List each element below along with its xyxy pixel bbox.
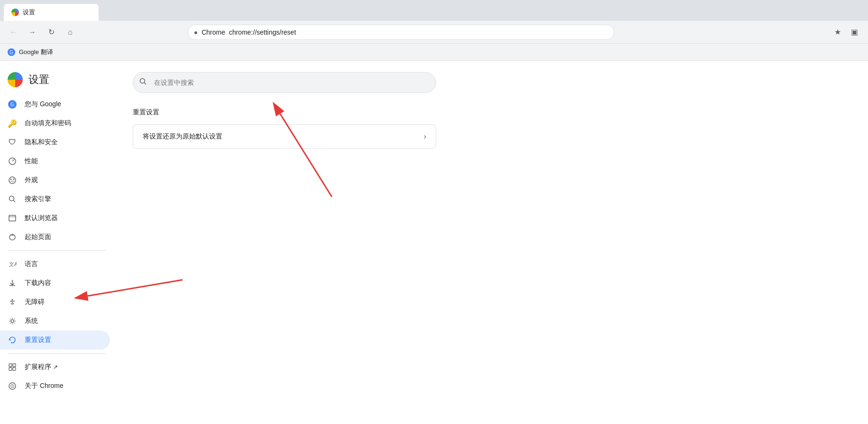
- sidebar-label-system: 系统: [25, 317, 38, 325]
- sidebar-item-downloads[interactable]: 下载内容: [0, 274, 110, 293]
- sidebar-item-about[interactable]: 关于 Chrome: [0, 377, 110, 396]
- chrome-logo: [8, 72, 23, 87]
- forward-button[interactable]: →: [25, 25, 40, 40]
- accessibility-icon: [8, 297, 17, 307]
- address-url: chrome://settings/reset: [229, 28, 296, 36]
- forward-icon: →: [28, 28, 36, 37]
- svg-point-13: [11, 320, 14, 323]
- home-icon: ⌂: [68, 28, 73, 37]
- sidebar-header: 设置: [0, 68, 114, 95]
- svg-text:G: G: [9, 50, 13, 55]
- sidebar-label-startup: 起始页面: [25, 233, 51, 241]
- sidebar-label-autofill: 自动填充和密码: [25, 119, 71, 128]
- sidebar-label-about: 关于 Chrome: [25, 382, 64, 390]
- svg-text:文A: 文A: [9, 261, 17, 267]
- sidebar-item-reset[interactable]: 重置设置: [0, 331, 110, 350]
- reset-icon: [8, 335, 17, 345]
- svg-point-20: [12, 386, 13, 387]
- bookmark-icon: ★: [834, 28, 841, 37]
- refresh-button[interactable]: ↻: [44, 25, 59, 40]
- address-brand: Chrome: [201, 28, 225, 36]
- svg-rect-14: [9, 364, 12, 367]
- about-icon: [8, 381, 17, 391]
- extensions-label-wrapper: 扩展程序 ↗: [25, 363, 58, 371]
- search-input-icon: [139, 78, 147, 87]
- sidebar-label-reset: 重置设置: [25, 336, 51, 344]
- svg-point-6: [10, 179, 12, 180]
- shield-icon: 🛡: [8, 138, 17, 147]
- svg-rect-16: [9, 368, 12, 370]
- google-icon: G: [8, 48, 15, 56]
- download-icon: [8, 278, 17, 288]
- sidebar-label-performance: 性能: [25, 157, 38, 166]
- svg-text:G: G: [10, 102, 14, 107]
- external-link-icon: ↗: [53, 364, 58, 370]
- bookmark-button[interactable]: ★: [830, 25, 845, 40]
- back-icon: ←: [9, 28, 17, 37]
- extensions-icon: ▣: [851, 28, 858, 37]
- chevron-right-icon: ›: [424, 132, 426, 141]
- sidebar-label-accessibility: 无障碍: [25, 298, 45, 306]
- translate-label: Google 翻译: [19, 48, 53, 56]
- sidebar-item-search[interactable]: 搜索引擎: [0, 190, 110, 209]
- sidebar-label-search: 搜索引擎: [25, 195, 51, 203]
- sidebar-label-browser: 默认浏览器: [25, 214, 58, 222]
- home-button[interactable]: ⌂: [63, 25, 78, 40]
- section-title: 重置设置: [133, 108, 849, 117]
- address-bar[interactable]: ● Chrome chrome://settings/reset: [188, 25, 614, 40]
- nav-right: ★ ▣: [830, 25, 862, 40]
- back-button[interactable]: ←: [6, 25, 21, 40]
- sidebar-item-autofill[interactable]: 🔑 自动填充和密码: [0, 114, 110, 133]
- translate-bar: G Google 翻译: [0, 44, 868, 61]
- tab-favicon: [11, 9, 19, 16]
- sidebar-item-accessibility[interactable]: 无障碍: [0, 293, 110, 312]
- refresh-icon: ↻: [48, 28, 55, 37]
- tab-bar: 设置: [0, 0, 868, 21]
- sidebar-item-system[interactable]: 系统: [0, 312, 110, 331]
- language-icon: 文A: [8, 259, 17, 269]
- settings-tab[interactable]: 设置: [4, 4, 99, 21]
- sidebar-label-downloads: 下载内容: [25, 279, 51, 287]
- sidebar-item-appearance[interactable]: 外观: [0, 171, 110, 190]
- sidebar-label-language: 语言: [25, 260, 38, 268]
- sidebar-item-google[interactable]: G 您与 Google: [0, 95, 110, 114]
- svg-rect-9: [9, 215, 16, 221]
- extensions-nav-icon: [8, 362, 17, 372]
- lock-icon: ●: [194, 28, 198, 36]
- svg-point-5: [9, 177, 16, 184]
- system-icon: [8, 316, 17, 326]
- svg-point-21: [140, 79, 145, 83]
- performance-icon: [8, 157, 17, 166]
- sidebar-item-privacy[interactable]: 🛡 隐私和安全: [0, 133, 110, 152]
- sidebar-label-google: 您与 Google: [25, 100, 61, 109]
- startup-icon: [8, 232, 17, 242]
- sidebar-label-privacy: 隐私和安全: [25, 138, 58, 147]
- reset-defaults-card[interactable]: 将设置还原为原始默认设置 ›: [133, 124, 436, 149]
- svg-rect-15: [13, 364, 16, 367]
- browser-icon: [8, 213, 17, 223]
- sidebar-divider-2: [8, 353, 106, 354]
- sidebar-item-language[interactable]: 文A 语言: [0, 255, 110, 274]
- extensions-button[interactable]: ▣: [847, 25, 862, 40]
- sidebar-item-extensions[interactable]: 扩展程序 ↗: [0, 358, 110, 377]
- search-bar-container: [133, 72, 436, 93]
- tab-label: 设置: [23, 8, 35, 17]
- content-area: 设置 G 您与 Google 🔑 自动填充和密码: [0, 61, 868, 424]
- search-input[interactable]: [133, 72, 436, 93]
- google-nav-icon: G: [8, 100, 17, 109]
- sidebar-label-extensions: 扩展程序: [25, 363, 51, 371]
- sidebar-label-appearance: 外观: [25, 176, 38, 184]
- svg-rect-17: [13, 368, 16, 370]
- svg-point-7: [13, 179, 15, 180]
- nav-bar: ← → ↻ ⌂ ● Chrome chrome://settings/reset…: [0, 21, 868, 44]
- appearance-icon: [8, 175, 17, 185]
- key-icon: 🔑: [8, 119, 17, 128]
- sidebar-item-performance[interactable]: 性能: [0, 152, 110, 171]
- sidebar: 设置 G 您与 Google 🔑 自动填充和密码: [0, 61, 114, 424]
- sidebar-item-default-browser[interactable]: 默认浏览器: [0, 209, 110, 228]
- sidebar-item-startup[interactable]: 起始页面: [0, 228, 110, 247]
- main-panel: 重置设置 将设置还原为原始默认设置 ›: [114, 61, 868, 424]
- sidebar-divider-1: [8, 250, 106, 251]
- reset-card-label: 将设置还原为原始默认设置: [143, 132, 424, 141]
- sidebar-title: 设置: [28, 73, 49, 87]
